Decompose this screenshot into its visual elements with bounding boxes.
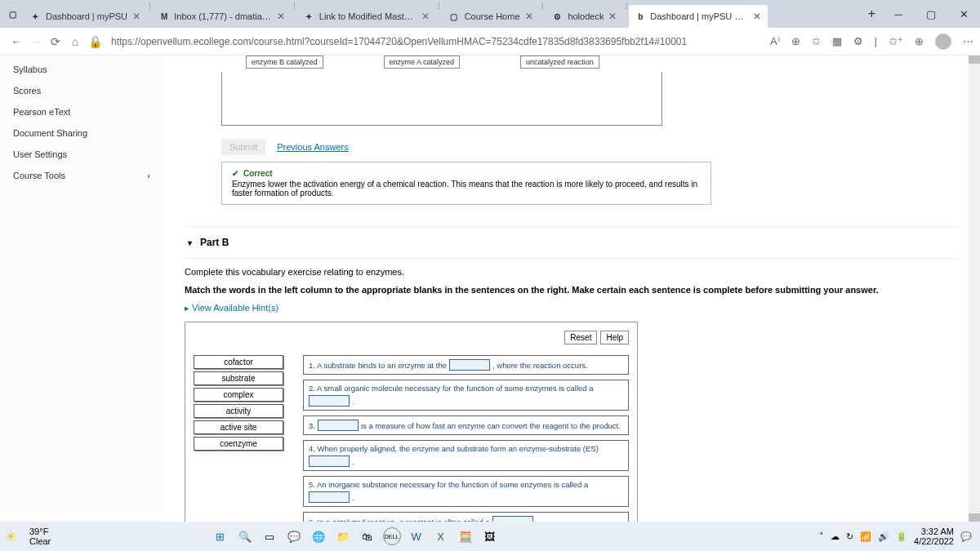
sidebar-item-label: User Settings xyxy=(13,149,67,159)
weather-icon[interactable]: ☀ xyxy=(5,529,16,544)
reset-button[interactable]: Reset xyxy=(564,331,597,344)
browser-tab[interactable]: MInbox (1,777) - dmatias2@p✕ xyxy=(153,5,292,28)
notifications-icon[interactable]: 💬 xyxy=(960,531,972,542)
browser-tab[interactable]: bDashboard | myPSU e CH10✕ xyxy=(629,5,768,28)
drop-target[interactable] xyxy=(318,420,359,431)
dell-icon[interactable]: DELL xyxy=(383,527,401,545)
scrollbar-track[interactable] xyxy=(969,56,980,522)
sidebar-item-label: Syllabus xyxy=(13,64,47,74)
excel-icon[interactable]: X xyxy=(432,527,450,545)
view-hints-link[interactable]: View Available Hint(s) xyxy=(185,303,959,313)
draggable-word[interactable]: complex xyxy=(194,388,283,402)
wifi-icon[interactable]: 📶 xyxy=(860,531,871,542)
sentence-row: 3. is a measure of how fast an enzyme ca… xyxy=(303,415,629,435)
dropzone-label[interactable]: uncatalyzed reaction xyxy=(520,56,599,69)
close-tab-icon[interactable]: ✕ xyxy=(753,11,761,22)
volume-icon[interactable]: 🔊 xyxy=(878,531,889,542)
onedrive-icon[interactable]: ☁ xyxy=(831,531,840,542)
draggable-word[interactable]: coenzyme xyxy=(194,437,283,451)
help-button[interactable]: Help xyxy=(600,331,629,344)
collections-icon[interactable]: ⊕ xyxy=(915,35,924,47)
tab-label: holodeck xyxy=(568,11,604,21)
browser-tab[interactable]: ▢Course Home✕ xyxy=(442,5,540,28)
word-icon[interactable]: W xyxy=(408,527,425,545)
drop-target[interactable] xyxy=(309,395,350,407)
extensions-icon[interactable]: ⚙ xyxy=(853,35,863,47)
draggable-word[interactable]: cofactor xyxy=(194,355,283,369)
scroll-down-arrow[interactable] xyxy=(969,513,980,522)
draggable-word[interactable]: active site xyxy=(194,420,283,434)
teams-icon[interactable]: 💬 xyxy=(285,527,303,545)
close-tab-icon[interactable]: ✕ xyxy=(608,11,617,22)
tab-label: Link to Modified Mastering xyxy=(319,11,416,21)
app-icon[interactable]: 🖼 xyxy=(481,527,499,545)
sidebar-item[interactable]: Pearson eText xyxy=(0,101,163,122)
close-tab-icon[interactable]: ✕ xyxy=(132,11,140,22)
profile-icon[interactable] xyxy=(935,33,951,50)
store-icon[interactable]: 🛍 xyxy=(359,527,376,545)
dropzone-label[interactable]: enzyme A catalyzed xyxy=(384,56,461,69)
previous-answers-link[interactable]: Previous Answers xyxy=(277,142,348,152)
drop-target[interactable] xyxy=(449,359,490,371)
sentence-row: 6. In a catalyzed reaction, a reactant i… xyxy=(303,512,629,522)
task-view-icon[interactable]: ▭ xyxy=(261,527,278,545)
sentence-row: 1. A substrate binds to an enzyme at the… xyxy=(303,355,629,375)
content-area: enzyme B catalyzedenzyme A catalyzedunca… xyxy=(163,56,980,522)
dropzone-label[interactable]: enzyme B catalyzed xyxy=(246,56,323,69)
zoom-icon[interactable]: ⊕ xyxy=(791,35,800,47)
tab-panel-icon[interactable]: ▢ xyxy=(7,8,18,20)
maximize-button[interactable]: ▢ xyxy=(915,8,947,20)
sidebar-item-label: Course Tools xyxy=(13,171,65,180)
drop-target[interactable] xyxy=(309,455,350,467)
sidebar-item[interactable]: User Settings xyxy=(0,144,163,165)
sentence-row: 2. A small organic molecule necessary fo… xyxy=(303,380,629,411)
sentence-row: 5. An inorganic substance necessary for … xyxy=(303,476,629,507)
tab-favicon: ▢ xyxy=(448,11,460,22)
part-a-dropzones: enzyme B catalyzedenzyme A catalyzedunca… xyxy=(185,56,959,131)
sidebar-item[interactable]: Course Tools› xyxy=(0,165,163,186)
sidebar-item[interactable]: Document Sharing xyxy=(0,122,163,144)
more-menu-icon[interactable]: ⋯ xyxy=(963,35,973,47)
home-button[interactable]: ⌂ xyxy=(65,35,85,48)
chevron-up-icon[interactable]: ˄ xyxy=(819,531,824,542)
sync-icon[interactable]: ↻ xyxy=(846,531,853,542)
correct-explanation: Enzymes lower the activation energy of a… xyxy=(232,180,701,198)
refresh-button[interactable]: ⟳ xyxy=(46,35,65,48)
add-favorite-icon[interactable]: ✩⁺ xyxy=(889,35,903,47)
read-aloud-icon[interactable]: A⁾ xyxy=(770,35,780,47)
scroll-up-arrow[interactable] xyxy=(969,56,980,64)
sidebar-item[interactable]: Scores xyxy=(0,80,163,101)
close-tab-icon[interactable]: ✕ xyxy=(421,11,430,22)
minimize-button[interactable]: ─ xyxy=(882,8,915,20)
edge-icon[interactable]: 🌐 xyxy=(310,527,327,545)
part-b-header[interactable]: Part B xyxy=(185,226,959,259)
draggable-word[interactable]: substrate xyxy=(194,371,283,385)
url-text[interactable]: https://openvellum.ecollege.com/course.h… xyxy=(111,36,687,47)
draggable-word[interactable]: activity xyxy=(194,404,283,418)
close-window-button[interactable]: ✕ xyxy=(947,8,980,20)
favorites-star-icon[interactable]: ✩ xyxy=(812,35,821,47)
favorites-bar-icon[interactable]: | xyxy=(875,35,877,47)
tab-label: Dashboard | myPSU e CH10 xyxy=(650,11,748,21)
browser-tab[interactable]: ✦Link to Modified Mastering✕ xyxy=(297,5,436,28)
clock[interactable]: 3:32 AM 4/22/2022 xyxy=(914,527,954,546)
drop-target[interactable] xyxy=(492,516,533,522)
start-button[interactable]: ⊞ xyxy=(212,527,229,545)
tab-label: Inbox (1,777) - dmatias2@p xyxy=(174,11,272,21)
back-button[interactable]: ← xyxy=(7,35,26,48)
wallet-icon[interactable]: ▦ xyxy=(832,35,842,47)
new-tab-button[interactable]: + xyxy=(868,7,875,21)
browser-tab[interactable]: ⚙holodeck✕ xyxy=(545,5,623,28)
browser-tab[interactable]: ✦Dashboard | myPSU✕ xyxy=(23,5,147,28)
search-icon[interactable]: 🔍 xyxy=(236,527,254,545)
close-tab-icon[interactable]: ✕ xyxy=(525,11,533,22)
file-explorer-icon[interactable]: 📁 xyxy=(334,527,352,545)
close-tab-icon[interactable]: ✕ xyxy=(277,11,285,22)
weather-widget[interactable]: 39°F Clear xyxy=(29,527,51,546)
sidebar-item[interactable]: Syllabus xyxy=(0,59,163,80)
tab-favicon: ✦ xyxy=(29,11,41,22)
word-bank: cofactorsubstratecomplexactivityactive s… xyxy=(194,355,283,522)
calc-icon[interactable]: 🧮 xyxy=(457,527,474,545)
battery-icon[interactable]: 🔋 xyxy=(896,531,907,542)
drop-target[interactable] xyxy=(309,491,350,503)
